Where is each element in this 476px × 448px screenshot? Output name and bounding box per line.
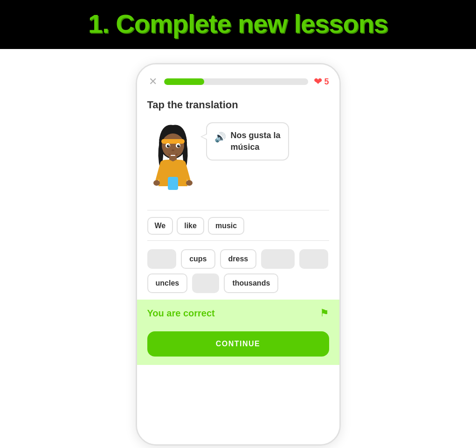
hearts-display: ❤ 5 xyxy=(314,76,329,88)
continue-button[interactable]: CONTINUE xyxy=(147,331,329,357)
character-area: 🔊 Nos gusta la música xyxy=(137,119,339,208)
heart-icon: ❤ xyxy=(314,76,322,88)
close-icon[interactable]: ✕ xyxy=(147,76,159,87)
lesson-header: ✕ ❤ 5 xyxy=(137,64,339,95)
lesson-screen: ✕ ❤ 5 Tap the translation xyxy=(137,64,339,444)
progress-fill xyxy=(164,78,205,85)
svg-point-14 xyxy=(186,180,193,186)
phone-container: ✕ ❤ 5 Tap the translation xyxy=(0,49,476,446)
speaker-icon[interactable]: 🔊 xyxy=(214,131,226,144)
hearts-count: 5 xyxy=(324,77,329,87)
word-chip-music[interactable]: music xyxy=(208,217,244,235)
flag-icon[interactable]: ⚑ xyxy=(320,307,329,319)
progress-bar xyxy=(164,78,309,85)
bank-chip-dress[interactable]: dress xyxy=(220,249,257,269)
word-chip-we[interactable]: We xyxy=(147,217,173,235)
bank-chip-grey2[interactable] xyxy=(261,249,295,269)
bank-chip-thousands[interactable]: thousands xyxy=(224,273,278,293)
correct-banner: You are correct ⚑ xyxy=(137,300,339,326)
svg-point-9 xyxy=(172,149,174,151)
speech-bubble: 🔊 Nos gusta la música xyxy=(206,122,289,161)
svg-point-8 xyxy=(179,145,179,146)
svg-point-13 xyxy=(153,180,160,186)
character-figure xyxy=(147,119,199,203)
word-bank: cups dress uncles thousands xyxy=(137,241,339,300)
divider-top xyxy=(147,210,329,210)
svg-point-5 xyxy=(167,145,170,147)
svg-point-1 xyxy=(162,133,184,158)
top-bar: 1. Complete new lessons xyxy=(0,0,476,49)
bank-chip-uncles[interactable]: uncles xyxy=(147,273,188,293)
svg-rect-12 xyxy=(168,177,178,190)
bank-chip-cups[interactable]: cups xyxy=(181,249,215,269)
question-label: Tap the translation xyxy=(137,95,339,119)
svg-point-6 xyxy=(177,145,180,147)
correct-text: You are correct xyxy=(147,308,215,319)
bottom-section: You are correct ⚑ CONTINUE xyxy=(137,300,339,365)
bubble-text: Nos gusta la música xyxy=(231,130,281,153)
phone: ✕ ❤ 5 Tap the translation xyxy=(136,63,341,446)
selected-words-area: We like music xyxy=(137,214,339,238)
bank-chip-grey1[interactable] xyxy=(147,249,177,269)
svg-rect-2 xyxy=(161,139,185,144)
main-title: 1. Complete new lessons xyxy=(19,8,457,39)
word-chip-like[interactable]: like xyxy=(177,217,204,235)
svg-point-7 xyxy=(168,145,169,146)
bank-chip-grey4[interactable] xyxy=(192,273,219,293)
bank-chip-grey3[interactable] xyxy=(299,249,329,269)
